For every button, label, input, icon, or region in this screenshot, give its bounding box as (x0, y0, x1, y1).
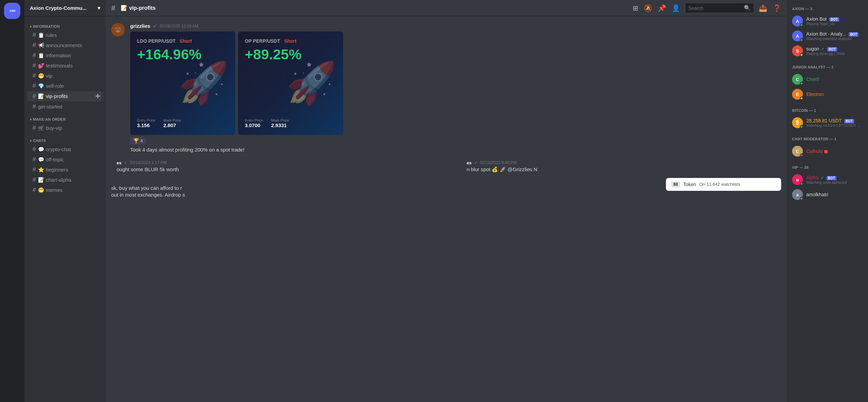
inbox-icon[interactable]: 📥 (759, 4, 767, 12)
channel-buy-vip[interactable]: # 🛒 buy-vip (27, 123, 103, 133)
trade-card-bg: 🚀 LDO PERP/USDT Short +164.96% Entry Pri… (130, 32, 235, 135)
hash-icon: # (33, 32, 36, 39)
status-dot-online (800, 182, 803, 185)
entry-value: 3.156 (137, 122, 155, 128)
hash-icon: # (33, 186, 36, 194)
message-images: 🚀 LDO PERP/USDT Short +164.96% Entry Pri… (130, 32, 781, 135)
category-header-junior-analyst: JUNIOR ANALYST — 2 (789, 64, 865, 71)
member-bitcoin-price[interactable]: ₿ 28,258.81 USDT BOT Watching +4.61% | B… (789, 115, 865, 130)
member-alpha[interactable]: α Alpha ✔ BOT Watching www.alpha.bot (789, 172, 865, 187)
add-member-icon[interactable]: ✚ (95, 93, 100, 100)
status-dot-online (800, 82, 803, 85)
entry-label: Entry Price (137, 118, 155, 122)
status-dot-dnd (800, 154, 803, 157)
member-activity: Watching www.alpha.bot (806, 180, 863, 184)
mark-price-2: Mark Price 2.9331 (271, 118, 289, 128)
channel-sidebar: Axion Crypto-Commu... ▾ ▾ INFORMATION # … (24, 0, 106, 402)
server-header[interactable]: Axion Crypto-Commu... ▾ (24, 0, 106, 16)
pair-label-2: OP PERP/USDT (245, 38, 280, 44)
message-header: grizzlies ✔ 02/28/2023 12:26 AM (130, 23, 781, 29)
reaction-emoji: 🏆 (133, 138, 139, 143)
channel-memes[interactable]: # 😁 memes (27, 185, 103, 195)
channel-vip[interactable]: # 😁 vip (27, 71, 103, 81)
pin-icon[interactable]: 📌 (658, 4, 666, 12)
channel-get-started[interactable]: # get-started (27, 102, 103, 112)
channel-name: ⭐ beginners (38, 167, 100, 173)
entry-price-2: Entry Price 3.0700 (245, 118, 263, 128)
help-icon[interactable]: ❓ (773, 4, 781, 12)
channel-chart-alpha[interactable]: # 📝 chart-alpha (27, 175, 103, 185)
bell-slash-icon[interactable]: 🔕 (644, 4, 652, 12)
member-name: Cuthulu 🔴 (806, 148, 863, 154)
member-electron[interactable]: E Electron (789, 87, 865, 102)
message-group: 🐻 grizzlies ✔ 02/28/2023 12:26 AM 🚀 LDO … (106, 22, 787, 155)
search-placeholder: Search (688, 5, 741, 11)
channel-beginners[interactable]: # ⭐ beginners (27, 165, 103, 175)
member-info: Axion Bot - Analy... BOT Watching potent… (806, 31, 863, 41)
members-sidebar: AXION — 3 A Axion Bot BOT Playing %get_v… (787, 0, 868, 402)
category-header-axion: AXION — 3 (789, 5, 865, 12)
members-category-axion: AXION — 3 A Axion Bot BOT Playing %get_v… (789, 5, 865, 58)
trade-profit-2: +89.25% (245, 46, 336, 63)
search-box[interactable]: Search 🔍 (686, 3, 753, 13)
member-name-text: Axion Bot (806, 16, 827, 22)
member-amolkhatri[interactable]: a amolkhatri (789, 187, 865, 202)
channel-name: 😁 memes (38, 187, 100, 193)
channel-information[interactable]: # 📋 information (27, 51, 103, 60)
verified-badge: ✔ (153, 23, 157, 29)
message-text: Took 4 days almost profiting 200% on a s… (130, 146, 781, 154)
member-info: sugon ✔ BOT Playing dyno.gg | ?help (806, 46, 863, 56)
channel-off-topic[interactable]: # 💬 off-topic (27, 155, 103, 164)
member-name-text: 28,258.81 USDT (806, 118, 842, 123)
member-cherif[interactable]: C Cherif (789, 72, 865, 87)
mark-label: Mark Price (163, 118, 181, 122)
server-icon[interactable]: AXN (4, 3, 20, 19)
channel-name: 💎 self-role (38, 83, 100, 89)
mark-price: Mark Price 2.807 (163, 118, 181, 128)
member-sugon[interactable]: S sugon ✔ BOT Playing dyno.gg | ?help (789, 43, 865, 58)
hash-icon: # (33, 72, 36, 79)
members-category-bitcoin: BITCOIN — 1 ₿ 28,258.81 USDT BOT Watchin… (789, 107, 865, 130)
channel-name: 📝 vip-profits (38, 93, 94, 99)
member-name-text: Alpha (806, 175, 818, 180)
category-arrow: ▾ (30, 25, 32, 28)
member-cuthulu[interactable]: C Cuthulu 🔴 (789, 144, 865, 159)
channel-testimonials[interactable]: # 💕 testimonials (27, 61, 103, 71)
dnd-icon: 🔴 (824, 150, 828, 154)
hash-icon: # (33, 62, 36, 69)
avatar-sugon: S (792, 45, 803, 56)
hash-icon: # (33, 156, 36, 163)
channel-announcements[interactable]: # 📢 announcements (27, 40, 103, 50)
mark-value: 2.807 (163, 122, 181, 128)
category-information[interactable]: ▾ INFORMATION (24, 19, 106, 30)
partial-messages-area: es ✔ 02/14/2023 2:17 PM ought some BLUR … (106, 158, 787, 253)
avatar: 🐻 (111, 23, 125, 37)
channel-rules[interactable]: # 📋 rules (27, 30, 103, 40)
hashtag-icon[interactable]: ⊞ (633, 4, 638, 12)
category-header-vip: VIP — 28 (789, 164, 865, 171)
entry-value-2: 3.0700 (245, 122, 263, 128)
verified-check: ✔ (821, 176, 824, 180)
members-icon[interactable]: 👤 (672, 4, 680, 12)
channel-self-role[interactable]: # 💎 self-role (27, 81, 103, 91)
category-header-bitcoin: BITCOIN — 1 (789, 107, 865, 114)
hash-icon: # (33, 52, 36, 59)
members-category-junior-analyst: JUNIOR ANALYST — 2 C Cherif E Electron (789, 64, 865, 102)
member-name: Cherif (806, 77, 863, 82)
chat-area[interactable]: 🐻 grizzlies ✔ 02/28/2023 12:26 AM 🚀 LDO … (106, 16, 787, 402)
message-author: grizzlies (130, 23, 150, 29)
token-watchlist: On 11,642 watchlists (699, 182, 741, 187)
channel-name: 💕 testimonials (38, 63, 100, 69)
category-make-an-order[interactable]: ▾ MAKE AN ORDER (24, 112, 106, 123)
channel-vip-profits[interactable]: # 📝 vip-profits ✚ (27, 91, 103, 101)
member-axion-bot[interactable]: A Axion Bot BOT Playing %get_vip (789, 14, 865, 28)
partial-timestamp-left: 02/14/2023 2:17 PM (130, 160, 166, 165)
category-chats[interactable]: ▾ CHATS (24, 133, 106, 144)
channel-crypto-chat[interactable]: # 💬 crypto-chat (27, 144, 103, 154)
reaction-trophy[interactable]: 🏆 4 (130, 137, 146, 144)
member-axion-bot-analy[interactable]: A Axion Bot - Analy... BOT Watching pote… (789, 28, 865, 43)
pair-label: LDO PERP/USDT (137, 38, 176, 44)
token-badge: 88 (671, 181, 680, 187)
member-name: 28,258.81 USDT BOT (806, 118, 863, 123)
server-name: Axion Crypto-Commu... (30, 5, 87, 11)
